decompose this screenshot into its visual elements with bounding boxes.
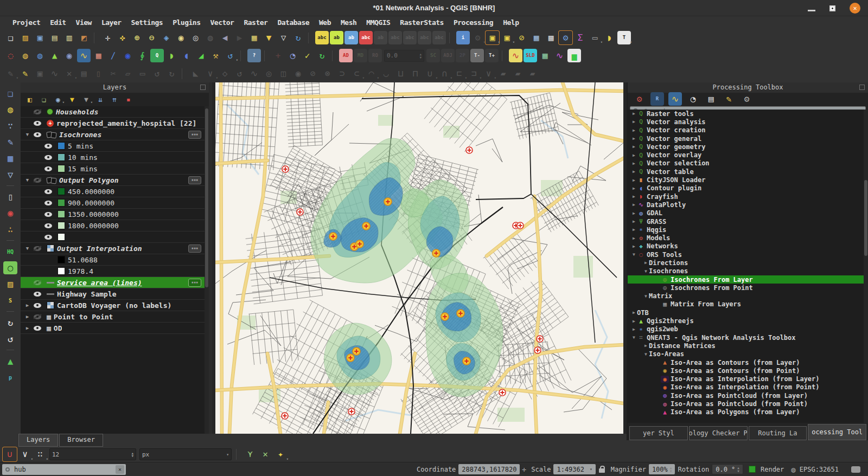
epsg-status[interactable]: EPSG:32651 <box>800 466 839 473</box>
algorithm-row[interactable]: ▶QVector selection <box>628 159 864 168</box>
hospital-marker[interactable] <box>282 413 288 419</box>
coordinate-field[interactable]: 288743,1617820 <box>458 464 520 474</box>
db-manager-icon[interactable]: ▯ <box>3 190 17 203</box>
algorithm-row[interactable]: ▶◍GDAL <box>628 209 864 217</box>
menu-view[interactable]: View <box>71 17 97 28</box>
dock-tab[interactable]: pology Checker Pa <box>689 426 748 440</box>
pin-labels-icon[interactable]: ab <box>344 31 358 44</box>
search-layers-icon[interactable]: Q <box>150 49 164 62</box>
algorithm-row[interactable]: ▶∗qgis2web <box>628 325 864 333</box>
layer-row[interactable]: Service area (lines)▪▪▪ <box>21 277 205 288</box>
layer-row[interactable]: Highway Sample <box>21 288 205 300</box>
open-attribute-table-icon[interactable]: ▦ <box>529 31 543 44</box>
expand-arrow-icon[interactable]: ▶ <box>631 128 637 133</box>
layer-indicator-badge[interactable]: ▪▪▪ <box>188 279 201 287</box>
undo-dock-icon[interactable]: ↺ <box>3 332 17 345</box>
hospital-marker-selected[interactable] <box>356 240 363 248</box>
refresh-table-icon[interactable]: ↻ <box>315 49 329 62</box>
clear-search-icon[interactable]: ✕ <box>116 465 124 474</box>
self-snapping-icon[interactable]: ✦▾ <box>273 447 288 461</box>
expand-arrow-icon[interactable]: ▶ <box>631 161 637 166</box>
layer-row[interactable]: 1800.0000000 <box>21 220 205 231</box>
remove-layer-icon[interactable]: ▪ <box>123 94 134 105</box>
expand-all-icon[interactable]: ⇊ <box>95 94 106 105</box>
construction-t-plus-button[interactable]: T+ <box>485 49 499 62</box>
edit-features-in-place-icon[interactable]: ✎ <box>722 92 736 106</box>
expand-arrow-icon[interactable]: ▶ <box>631 236 637 241</box>
algorithm-row[interactable]: ▶⚙Models <box>628 234 864 242</box>
scale-combo[interactable]: 1:49362▾ <box>553 464 595 474</box>
visibility-eye-icon[interactable] <box>34 110 41 114</box>
hospital-marker[interactable] <box>282 166 289 172</box>
extent-icon[interactable]: ✛ <box>522 465 526 473</box>
visibility-eye-icon[interactable] <box>34 246 41 251</box>
hospital-marker[interactable] <box>466 147 473 153</box>
dock-tab-layers[interactable]: Layers <box>18 434 58 447</box>
raster-histogram-icon[interactable]: ▅ <box>567 49 581 62</box>
chart-dots-icon[interactable]: ∴ <box>3 223 17 236</box>
reload-icon[interactable]: ↻ <box>3 316 17 329</box>
toggle-editing-icon[interactable]: ✎ <box>18 67 32 80</box>
menu-settings[interactable]: Settings <box>126 17 168 28</box>
add-globe-layer-icon[interactable]: ◍ <box>18 49 32 62</box>
menu-web[interactable]: Web <box>314 17 336 28</box>
deselect-features-icon[interactable]: ⊘ <box>515 31 528 44</box>
snapping-type-icon[interactable]: ∷▾ <box>33 447 47 461</box>
zoom-in-icon[interactable]: ⊕ <box>130 31 144 44</box>
algorithm-row[interactable]: ▶∗Hqgis <box>628 226 864 234</box>
expand-arrow-icon[interactable]: ▶ <box>631 227 637 232</box>
magnifier-spinbox[interactable]: 100% ▲▼ <box>649 464 675 474</box>
history-icon[interactable]: ◔ <box>686 92 700 106</box>
help-icon[interactable]: ? <box>247 49 261 62</box>
visibility-eye-icon[interactable] <box>44 201 52 205</box>
algorithm-row[interactable]: ▶QRaster tools <box>628 110 864 118</box>
expand-arrow-icon[interactable]: ▼ <box>643 294 649 299</box>
add-point-cloud-icon[interactable]: ∵ <box>3 119 17 132</box>
open-project-icon[interactable]: ▨ <box>18 31 32 44</box>
zoom-to-selection-icon[interactable]: ◉ <box>174 31 188 44</box>
layer-row[interactable]: +reprojected_amenity_hospital [22] <box>21 118 205 129</box>
algorithm-row[interactable]: ▼◌ORS Tools <box>628 250 864 259</box>
algorithm-row[interactable]: ▶QVector geometry <box>628 143 864 151</box>
pan-to-selection-icon[interactable]: ✜ <box>116 31 129 44</box>
snapping-tolerance-spinbox[interactable]: 12▲▼ <box>49 448 136 460</box>
algorithm-row[interactable]: ▶∿DataPlotly <box>628 201 864 209</box>
algorithm-row[interactable]: ▼Iso-Areas <box>628 350 864 358</box>
ors-tools-icon[interactable]: ◌ <box>4 49 17 62</box>
filter-by-expression-icon[interactable]: ▼▾ <box>81 94 92 105</box>
hospital-marker-selected[interactable] <box>441 313 449 320</box>
hospital-marker-selected[interactable] <box>353 348 360 355</box>
new-print-layout-icon[interactable]: ▤ <box>48 31 61 44</box>
new-map-view-icon[interactable]: ▦ <box>247 31 261 44</box>
profile-plot-icon[interactable]: ∿ <box>553 49 566 62</box>
algorithm-row[interactable]: ▲Iso-Area as Contours (from Layer) <box>628 358 864 366</box>
algorithm-row[interactable]: ▶▲Qgis2threejs <box>628 317 864 325</box>
collapse-all-icon[interactable]: ⇈ <box>109 94 120 105</box>
menu-rasterstats[interactable]: RasterStats <box>395 17 449 28</box>
metasearch-icon[interactable]: ◍ <box>33 49 47 62</box>
visibility-eye-icon[interactable] <box>44 189 52 194</box>
dock-tab[interactable]: ocessing Tool <box>808 424 866 440</box>
hospital-marker[interactable] <box>517 222 524 229</box>
expand-arrow-icon[interactable]: ▶ <box>631 169 637 174</box>
sld4raster-icon[interactable]: SLD <box>524 49 537 62</box>
hospital-marker[interactable] <box>348 408 355 415</box>
visibility-eye-icon[interactable] <box>44 144 52 149</box>
maximize-button[interactable] <box>829 5 835 11</box>
menu-database[interactable]: Database <box>272 17 314 28</box>
layer-row[interactable]: Households <box>21 106 205 118</box>
layer-indicator-badge[interactable]: ▪▪▪ <box>188 176 201 184</box>
dock-tab-browser[interactable]: Browser <box>59 434 103 447</box>
snapping-on-intersection-icon[interactable]: ✕ <box>258 447 272 461</box>
layer-indicator-badge[interactable]: ▪▪▪ <box>188 245 201 253</box>
algorithm-row[interactable]: ▼Isochrones <box>628 267 864 275</box>
visibility-eye-icon[interactable] <box>34 314 41 319</box>
lock-scale-icon[interactable] <box>599 468 605 473</box>
crs-icon[interactable]: ◍ <box>791 465 795 474</box>
layer-row[interactable]: ▶▦Point to Point <box>21 311 205 323</box>
add-vector-tile-icon[interactable]: ▽ <box>3 168 17 181</box>
add-group-icon[interactable]: ❏ <box>39 94 49 105</box>
osm-place-search-icon[interactable]: ◉ <box>62 49 76 62</box>
highlight-labels-icon[interactable]: abc <box>359 31 373 44</box>
menu-mesh[interactable]: Mesh <box>336 17 361 28</box>
